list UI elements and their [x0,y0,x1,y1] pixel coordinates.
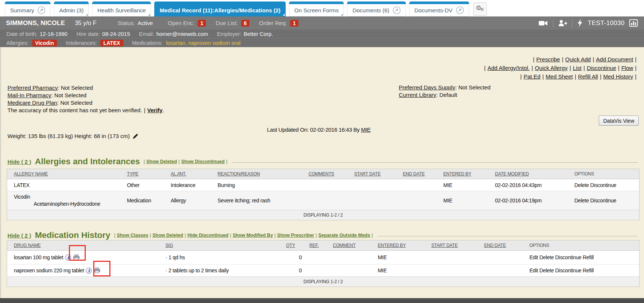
col-entered-by[interactable]: ENTERED BY [371,241,425,250]
external-link-icon[interactable]: ↗ [456,6,464,14]
show-discontinued-link[interactable]: Show Discontinued [181,159,225,164]
allergies-hide-link[interactable]: Hide ( 2 ) [7,159,31,165]
quick-links-row-1: |Prescribe|Quick Add|Add Document| [482,55,638,64]
tab-documents-dv[interactable]: Documents-DV ↗ [409,1,469,16]
allergy-row-options[interactable]: Delete Discontinue [568,191,639,210]
datavis-view-button[interactable]: DataVis View [599,116,639,126]
external-link-icon[interactable]: ↗ [37,6,45,14]
tab-summary[interactable]: Summary ↗ [5,1,51,16]
link-add-document[interactable]: Add Document [596,56,633,62]
tab-admin[interactable]: Admin (3) [54,1,89,16]
add-person-icon[interactable] [558,19,567,27]
drug-info-icon[interactable]: i [86,267,92,273]
divider [553,19,553,27]
allergies-table-header: ALLERGY NAME TYPE AL./INT. REACTION/REAS… [7,169,639,179]
allergy-generic-name: Acetaminophen-Hydrocodone [34,201,100,208]
last-updated-line: Last Updated On: 02-02-2016 16:43 By MIE [267,126,371,133]
separate-outside-meds-link[interactable]: Separate Outside Meds [318,233,370,238]
edit-pencil-icon[interactable] [133,133,139,139]
due-list-badge[interactable]: 6 [241,20,249,27]
col-al-int[interactable]: AL./INT. [164,169,211,179]
show-classes-link[interactable]: Show Classes [117,233,148,238]
allergy-row-vicodin: Vicodin Acetaminophen-Hydrocodone Medica… [7,191,639,210]
link-refill-all[interactable]: Refill All [578,73,598,80]
patient-alerts-bar: Allergies: Vicodin Intolerances: LATEX M… [0,38,644,47]
medications-hide-link[interactable]: Hide ( 2 ) [7,232,31,239]
updated-by-link[interactable]: MIE [361,126,370,133]
tab-top-strip [5,1,51,4]
days-supply-link[interactable]: Preferred Days Supply [399,84,455,91]
order-req-badge[interactable]: 1 [290,20,298,27]
medication-row-options[interactable]: Edit Delete Discontinue Refill [523,251,639,264]
medications-section-header: Hide ( 2 ) Medication History |Show Clas… [7,230,638,240]
link-quick-add[interactable]: Quick Add [565,56,591,62]
supply-info-block: Preferred Days Supply: Not Selected Curr… [399,84,490,99]
link-pat-ed[interactable]: Pat.Ed [523,73,540,80]
col-sig[interactable]: SIG [159,241,279,250]
quick-links-row-3: |Pat.Ed|Med Sheet|Refill All|Med History… [482,72,638,81]
show-modified-by-link[interactable]: Show Modified By [233,233,273,238]
current-library-link[interactable]: Current Library [399,92,436,98]
email-value: horner@mieweb.com [157,31,208,37]
tab-health-surveillance[interactable]: Health Surveillance [92,1,151,16]
medication-row-options[interactable]: Edit Delete Discontinue Refill [523,264,639,276]
link-prescribe[interactable]: Prescribe [536,56,560,62]
col-reaction[interactable]: REACTION/REASON [211,169,302,179]
link-add-allergy-intol[interactable]: Add Allergy/Intol. [487,65,530,71]
employer-label: Employer: [217,31,242,37]
verify-link[interactable]: Verify [147,107,162,113]
days-supply-row: Preferred Days Supply: Not Selected [399,84,490,91]
video-camera-icon[interactable] [538,20,548,27]
mailin-pharmacy-link[interactable]: Mail-In Pharmacy [7,92,51,98]
col-end-date[interactable]: END DATE [477,241,523,250]
col-start-date[interactable]: START DATE [425,241,477,250]
annotation-box-losartan-info [69,245,86,261]
link-med-sheet[interactable]: Med Sheet [546,73,573,80]
link-flow[interactable]: Flow [621,65,633,71]
medications-list: losartan, naproxen sodium oral [166,40,240,46]
col-qty[interactable]: QTY [279,241,303,250]
dob-value: 12-18-1990 [40,31,67,37]
allergies-table-footer: DISPLAYING 1-2 / 2 [7,210,639,220]
divider [572,19,572,27]
link-discontinue[interactable]: Discontinue [587,65,616,71]
link-list[interactable]: List [573,65,581,71]
chart-tab-bar: Summary ↗ Admin (3) Health Surveillance … [0,0,644,16]
tab-label: Documents (6) [352,7,389,13]
patient-demographics-bar: Date of birth: 12-18-1990 Hire date: 08-… [0,30,644,38]
hide-discontinued-link[interactable]: Hide Discontinued [187,233,228,238]
open-enc-badge[interactable]: 1 [198,20,206,27]
hire-date-label: Hire date: [76,31,100,37]
col-comment[interactable]: COMMENT [326,241,371,250]
col-type[interactable]: TYPE [120,169,164,179]
col-allergy-name[interactable]: ALLERGY NAME [7,169,120,179]
show-deleted-link[interactable]: Show Deleted [152,233,183,238]
show-prescriber-link[interactable]: Show Prescriber [277,233,314,238]
drug-name-cell: naproxen sodium 220 mg tablet i [7,264,159,276]
col-end-date[interactable]: END DATE [396,169,437,179]
medications-label: Medications: [132,40,162,46]
preferred-pharmacy-link[interactable]: Preferred Pharmacy [7,85,58,91]
medicare-plan-link[interactable]: Medicare Drug Plan [7,100,57,106]
link-med-history[interactable]: Med History [603,73,633,80]
patient-header-bar: SIMMONS, NICOLE 35 y/o F Status: Active … [0,16,644,30]
tab-medical-record-active[interactable]: Medical Record (11):Allergies/Medication… [154,1,286,16]
tab-top-strip [409,1,469,4]
allergy-row-options[interactable]: Delete Discontinue [568,179,639,191]
col-start-date[interactable]: START DATE [347,169,396,179]
col-entered-by[interactable]: ENTERED BY [437,169,488,179]
col-ref[interactable]: REF. [303,241,326,250]
col-comments[interactable]: COMMENTS [302,169,347,179]
tab-label: Summary [10,7,34,13]
external-link-icon[interactable]: ↗ [393,6,401,14]
chart-icon[interactable] [629,19,638,27]
link-quick-allergy[interactable]: Quick Allergy [535,65,568,71]
col-date-modified[interactable]: DATE MODIFIED [488,169,568,179]
tab-on-screen-forms[interactable]: On Screen Forms [289,1,344,16]
show-deleted-link[interactable]: Show Deleted [146,159,177,164]
tab-documents[interactable]: Documents (6) ↗ [347,1,405,16]
section-rule [232,162,638,163]
settings-gear-button[interactable]: ⚙ ⚙ [473,2,487,16]
lightning-icon[interactable] [577,19,583,27]
days-supply-value: Not Selected [457,84,490,91]
